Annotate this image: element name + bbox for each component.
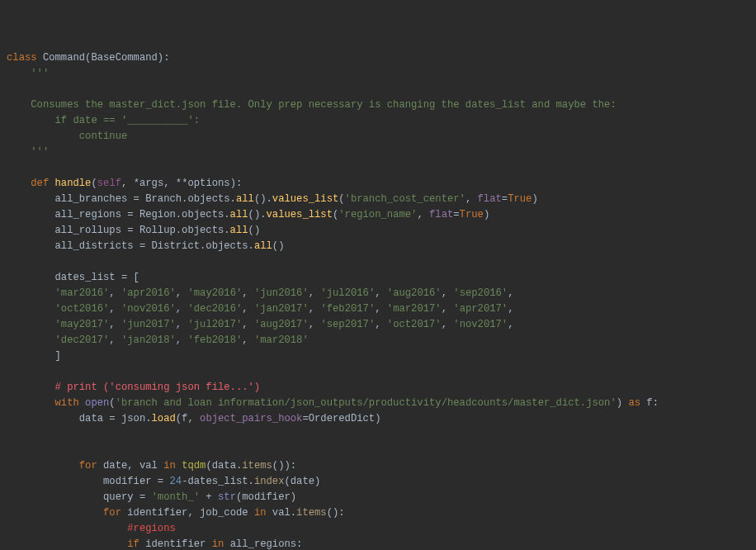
code-token: ( (91, 178, 97, 189)
code-token: (date) (284, 476, 320, 487)
code-token: 'oct2017' (387, 319, 442, 330)
code-token: 'jul2017' (187, 319, 242, 330)
code-token: , (375, 319, 387, 330)
code-token: modifier = (7, 476, 169, 487)
code-token: dates_list = [ (7, 272, 139, 283)
code-line: with open('branch and loan information/j… (7, 396, 749, 411)
code-token (7, 319, 55, 330)
code-token: 'may2017' (55, 319, 110, 330)
code-token: 'month_' (152, 491, 201, 503)
code-line: all_regions = Region.objects.all().value… (7, 207, 749, 223)
code-line (7, 160, 749, 176)
code-token: , (309, 287, 321, 299)
code-token: data = json. (7, 413, 152, 424)
code-token: for (79, 460, 103, 472)
code-token: 'may2016' (187, 287, 242, 299)
code-token: 'jun2016' (254, 287, 309, 299)
code-token: f: (646, 397, 659, 409)
code-token: ''' (31, 68, 49, 79)
code-line (7, 427, 749, 443)
code-token: if (127, 538, 145, 550)
code-token: , (176, 319, 188, 330)
code-token: 'apr2016' (121, 287, 176, 299)
code-token (7, 397, 55, 409)
code-line (7, 443, 749, 458)
code-token: # print ('consuming json file...') (55, 382, 261, 393)
code-token: all (236, 193, 254, 205)
code-token: , (442, 319, 454, 330)
code-token: () (248, 225, 261, 236)
code-token: , (508, 303, 513, 315)
code-token: , (508, 319, 513, 330)
code-token: (). (248, 209, 267, 220)
code-token (7, 68, 31, 79)
code-token: (). (254, 193, 272, 205)
code-line: 'mar2016', 'apr2016', 'may2016', 'jun201… (7, 286, 749, 301)
code-token: 'branch and loan information/json_output… (116, 397, 617, 409)
code-line: for date, val in tqdm(data.items()): (7, 458, 749, 474)
code-token: , (442, 303, 454, 315)
code-token: , (417, 209, 429, 220)
code-token: open (85, 397, 109, 409)
code-token: 'dec2017' (55, 334, 110, 346)
code-token: = (453, 209, 459, 220)
code-line: all_rollups = Rollup.objects.all() (7, 223, 749, 239)
code-token: 'nov2017' (453, 319, 508, 330)
code-token: index (254, 476, 285, 487)
code-token: ) (532, 193, 537, 205)
code-line (7, 254, 749, 270)
code-token: , (109, 334, 121, 346)
code-token: , (242, 319, 254, 330)
code-token: with (55, 397, 86, 409)
code-line: continue (7, 129, 749, 145)
code-token: , (109, 303, 121, 315)
code-token: , (442, 287, 454, 299)
code-token: 'feb2017' (320, 303, 375, 315)
code-token: query = (7, 491, 152, 503)
code-token: 'aug2017' (254, 319, 309, 330)
code-line: Consumes the master_dict.json file. Only… (7, 97, 749, 113)
code-line: dates_list = [ (7, 270, 749, 286)
code-token: in (163, 460, 182, 472)
code-token: all_regions: (230, 538, 303, 550)
code-token: flat (478, 193, 502, 205)
code-line: if identifier in all_regions: (7, 537, 749, 550)
code-token: , (109, 319, 121, 330)
code-token: 'feb2018' (187, 334, 242, 346)
code-token: #regions (127, 523, 176, 534)
code-token: def (31, 178, 54, 189)
code-token: all (230, 209, 248, 220)
code-token: 'aug2016' (387, 287, 442, 299)
code-token: 'mar2018' (254, 334, 309, 346)
code-editor-content: class Command(BaseCommand): ''' Consumes… (7, 50, 749, 550)
code-line: ''' (7, 145, 749, 160)
code-token: ( (338, 193, 344, 205)
code-token: (): (327, 507, 345, 519)
code-token: all (230, 225, 248, 236)
code-token: values_list (267, 209, 333, 220)
code-token: 'jun2017' (121, 319, 176, 330)
code-token: , (375, 287, 387, 299)
code-token (7, 460, 79, 472)
code-token: class (7, 52, 43, 64)
code-token (7, 130, 79, 142)
code-token: 'mar2016' (55, 287, 110, 299)
code-token: , (176, 303, 188, 315)
code-line: query = 'month_' + str(modifier) (7, 490, 749, 505)
code-token (7, 115, 55, 126)
code-line: def handle(self, *args, **options): (7, 176, 749, 192)
code-token: date, val (103, 460, 163, 472)
code-token: Command (43, 52, 85, 64)
code-token: (data. (206, 460, 242, 472)
code-token: continue (79, 130, 128, 142)
code-token: ''' (31, 146, 49, 158)
code-token: , (309, 303, 321, 315)
code-token: as (628, 397, 646, 409)
code-token: (modifier) (236, 491, 296, 503)
code-token: self (97, 178, 121, 189)
code-token: =OrderedDict) (302, 413, 380, 424)
code-line (7, 82, 749, 97)
code-token: () (272, 240, 285, 252)
code-token: , (375, 303, 387, 315)
code-token: Consumes the master_dict.json file. Only… (31, 99, 616, 111)
